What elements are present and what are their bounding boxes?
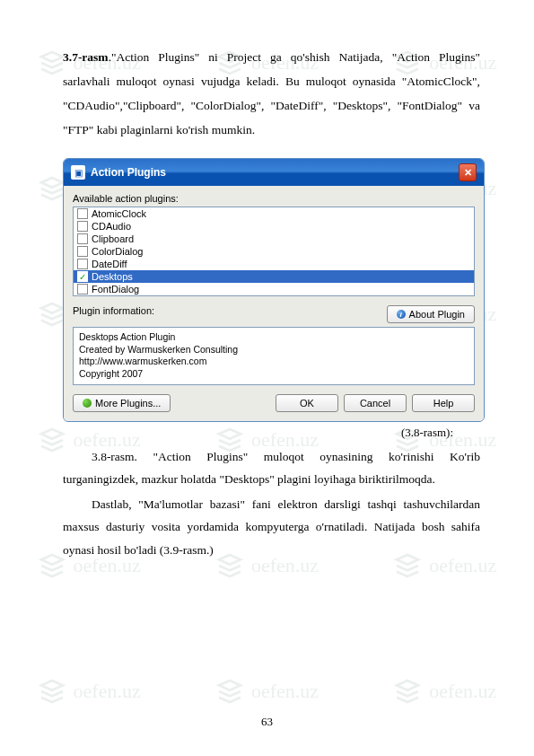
checkbox[interactable] (77, 233, 88, 244)
figure-label: 3.7-rasm (63, 50, 109, 64)
plugin-item-cdaudio[interactable]: CDAudio (74, 220, 474, 233)
ok-button[interactable]: OK (276, 394, 338, 412)
checkbox[interactable] (77, 208, 88, 219)
more-plugins-button[interactable]: More Plugins... (73, 394, 171, 412)
paragraph-2: 3.8-rasm. "Action Plugins" muloqot oynas… (63, 445, 480, 491)
plugin-item-fontdialog[interactable]: FontDialog (74, 283, 474, 295)
plugin-name: AtomicClock (92, 208, 146, 219)
plugin-list[interactable]: AtomicClock CDAudio Clipboard ColorDialo… (73, 207, 475, 296)
info-line: Desktops Action Plugin (79, 331, 468, 344)
close-icon: ✕ (464, 167, 472, 179)
info-icon: i (397, 310, 406, 319)
about-plugin-button[interactable]: i About Plugin (387, 305, 475, 323)
info-line: http://www.warmuskerken.com (79, 356, 468, 368)
info-line: Copyright 2007 (79, 368, 468, 381)
checkbox[interactable] (77, 221, 88, 232)
action-plugins-dialog: ▣ Action Plugins ✕ Available action plug… (63, 158, 485, 422)
plugin-name: DateDiff (92, 259, 127, 269)
dialog-titlebar[interactable]: ▣ Action Plugins ✕ (64, 159, 484, 186)
close-button[interactable]: ✕ (459, 163, 477, 181)
paragraph-3: Dastlab, "Ma'lumotlar bazasi" fani elekt… (63, 493, 480, 562)
dialog-title: Action Plugins (91, 166, 166, 179)
paragraph-1-text: ."Action Plugins" ni Project ga qo'shish… (63, 50, 480, 136)
plugin-item-datediff[interactable]: DateDiff (74, 258, 474, 270)
plugin-item-clipboard[interactable]: Clipboard (74, 233, 474, 245)
help-button[interactable]: Help (412, 394, 475, 412)
checkbox[interactable] (77, 259, 88, 269)
plus-icon (83, 399, 92, 408)
plugin-info-box: Desktops Action Plugin Created by Warmus… (73, 327, 475, 385)
plugin-name: Clipboard (92, 233, 134, 244)
plugin-name: ColorDialog (92, 246, 143, 257)
page-number: 63 (0, 715, 534, 729)
available-plugins-label: Available action plugins: (73, 193, 475, 204)
paragraph-1: 3.7-rasm."Action Plugins" ni Project ga … (63, 45, 480, 142)
plugin-info-label: Plugin information: (73, 305, 154, 316)
figure-caption-38: (3.8-rasm): (63, 426, 480, 440)
plugin-item-ftp[interactable]: FTP (74, 295, 474, 296)
plugin-name: FontDialog (92, 284, 139, 294)
checkbox-checked[interactable]: ✓ (77, 271, 88, 282)
plugin-item-colordialog[interactable]: ColorDialog (74, 245, 474, 258)
plugin-item-atomicclock[interactable]: AtomicClock (74, 207, 474, 220)
plugin-name: Desktops (92, 271, 133, 282)
checkbox[interactable] (77, 284, 88, 294)
info-line: Created by Warmuskerken Consulting (79, 344, 468, 356)
plugin-item-desktops[interactable]: ✓ Desktops (74, 270, 474, 283)
plugin-name: CDAudio (92, 221, 131, 232)
app-icon: ▣ (71, 165, 85, 180)
checkbox[interactable] (77, 246, 88, 257)
cancel-button[interactable]: Cancel (344, 394, 407, 412)
